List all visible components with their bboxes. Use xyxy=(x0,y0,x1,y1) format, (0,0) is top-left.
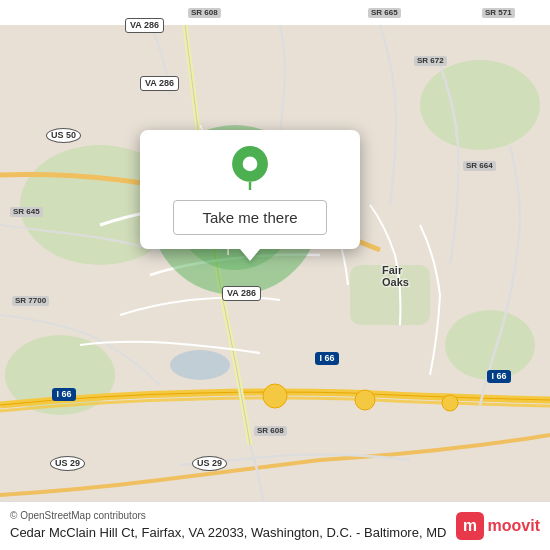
map-container: I 66 I 66 I 66 VA 286 VA 286 VA 286 US 5… xyxy=(0,0,550,550)
moovit-icon: m xyxy=(456,512,484,540)
copyright-text: © OpenStreetMap contributors xyxy=(10,510,456,521)
svg-point-2 xyxy=(420,60,540,150)
state-badge-va286-mid: VA 286 xyxy=(140,76,179,91)
svg-text:m: m xyxy=(463,517,477,534)
sr-badge-672: SR 672 xyxy=(414,56,447,66)
address-text: Cedar McClain Hill Ct, Fairfax, VA 22033… xyxy=(10,524,456,542)
bottom-info: © OpenStreetMap contributors Cedar McCla… xyxy=(10,510,456,542)
interstate-badge-i66-mid: I 66 xyxy=(315,352,339,365)
sr-badge-608-top: SR 608 xyxy=(188,8,221,18)
svg-point-10 xyxy=(355,390,375,410)
interstate-badge-i66-e: I 66 xyxy=(487,370,511,383)
moovit-logo: m moovit xyxy=(456,512,540,540)
us-badge-us50: US 50 xyxy=(46,128,81,143)
interstate-badge-i66-w: I 66 xyxy=(52,388,76,401)
location-pin-icon xyxy=(228,146,272,190)
sr-badge-608-bot: SR 608 xyxy=(254,426,287,436)
svg-point-9 xyxy=(263,384,287,408)
moovit-text: moovit xyxy=(488,517,540,535)
svg-point-6 xyxy=(170,350,230,380)
us-badge-us29-1: US 29 xyxy=(50,456,85,471)
svg-point-13 xyxy=(243,157,258,172)
sr-badge-7700: SR 7700 xyxy=(12,296,49,306)
us-badge-us29-2: US 29 xyxy=(192,456,227,471)
state-badge-va286-bot: VA 286 xyxy=(222,286,261,301)
popup-bubble: Take me there xyxy=(140,130,360,249)
svg-point-11 xyxy=(442,395,458,411)
bottom-bar: © OpenStreetMap contributors Cedar McCla… xyxy=(0,501,550,550)
state-badge-va286-top: VA 286 xyxy=(125,18,164,33)
sr-badge-571: SR 571 xyxy=(482,8,515,18)
sr-badge-645: SR 645 xyxy=(10,207,43,217)
sr-badge-664: SR 664 xyxy=(463,161,496,171)
sr-badge-665: SR 665 xyxy=(368,8,401,18)
place-label-fair-oaks: FairOaks xyxy=(382,264,409,288)
take-me-there-button[interactable]: Take me there xyxy=(173,200,326,235)
